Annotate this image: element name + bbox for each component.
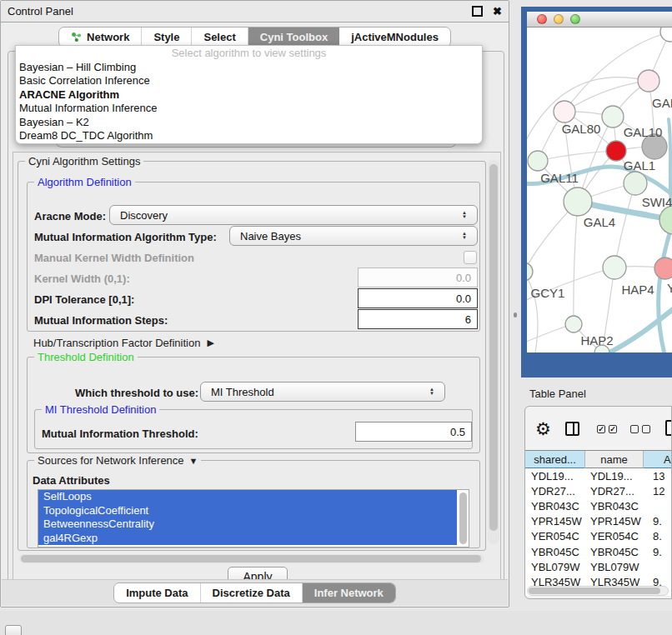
node-gal-partial-label: GAL [652,96,672,110]
table-body: YDL19...YDL19...13YDR27...YDR27...12YBR0… [525,468,671,596]
tab-network[interactable]: Network [59,28,142,47]
expanded-arrow-icon[interactable]: ▼ [189,456,198,466]
node-gal10[interactable] [602,106,624,128]
dpi-tolerance-field[interactable]: 0.0 [358,288,478,308]
settings-horizontal-scrollbar[interactable] [19,554,484,563]
mi-threshold-field[interactable]: 0.5 [355,422,472,442]
tab-style[interactable]: Style [142,28,192,47]
table-row[interactable]: YBR045CYBR045C9. [525,544,671,559]
table-cell: YPR145W [584,515,644,528]
checked-checkbox-icon[interactable]: ✓ [609,425,617,433]
algorithm-option[interactable]: Basic Correlation Inference [16,74,482,88]
threshold-definition-title: Threshold Definition [34,351,138,363]
mi-threshold-title: MI Threshold Definition [42,403,159,416]
algorithm-option[interactable]: Dream8 DC_TDC Algorithm [16,129,482,142]
gear-icon[interactable]: ⚙ [535,419,551,439]
algorithm-option[interactable]: Bayesian – Hill Climbing [16,61,482,74]
table-row[interactable]: YDL19...YDL19...13 [525,468,671,483]
close-icon[interactable]: ✖ [493,6,502,17]
node-hap2[interactable] [565,316,582,332]
tab-infer-network[interactable]: Infer Network [303,583,395,602]
table-cell: YBR045C [584,546,644,558]
table-cell: YBL079W [584,561,644,573]
node-salmon[interactable] [654,258,672,279]
settings-vertical-scrollbar[interactable] [488,159,499,544]
attributes-scrollbar[interactable] [459,492,467,544]
sources-title: Sources for Network Inference ▼ [34,454,201,467]
node-gal-partial[interactable] [638,70,659,92]
algorithm-placeholder: Select algorithm to view settings [16,46,482,61]
tab-jactivemnodules[interactable]: jActiveMNodules [339,28,450,47]
data-attribute-item[interactable]: gal4RGexp [38,532,457,546]
unchecked-checkbox-icon[interactable] [642,425,650,433]
hub-definition-expander[interactable]: Hub/Transcription Factor Definition ▶ [33,337,214,349]
node-gcy1-label: GCY1 [531,286,565,300]
algorithm-option[interactable]: Mutual Information Inference [16,102,482,115]
data-attributes-list[interactable]: SelfLoopsTopologicalCoefficientBetweenne… [38,489,469,548]
document-icon[interactable] [665,420,672,436]
node-gal4[interactable] [564,188,592,216]
table-cell: 9. [644,515,671,528]
table-row[interactable]: YDR27...YDR27...12 [525,483,671,498]
algorithm-definition-title: Algorithm Definition [34,176,135,188]
node-hap2-label: HAP2 [580,333,613,348]
which-threshold-combo[interactable]: MI Threshold ▲▼ [200,382,445,402]
algorithm-option[interactable]: ARACNE Algorithm [16,88,482,102]
table-row[interactable]: YBR043CYBR043C [525,498,671,513]
tab-discretize-data[interactable]: Discretize Data [201,583,303,602]
table-horizontal-scrollbar[interactable] [527,586,669,596]
minimize-traffic-button[interactable] [554,14,564,24]
node-top-partial[interactable] [660,28,672,42]
algorithm-definition-group: Algorithm Definition Aracne Mode: Discov… [27,182,480,332]
table-panel: ⚙ ✓ ✓ shared... name A YDL19...YDL19...1… [524,406,672,599]
table-cell: YBL079W [525,561,584,573]
table-row[interactable]: YPR145WYPR145W9. [525,514,671,529]
mi-type-combo[interactable]: Naive Bayes ▲▼ [229,226,478,246]
zoom-traffic-button[interactable] [570,14,580,24]
tab-cyni-toolbox[interactable]: Cyni Toolbox [248,28,339,47]
which-threshold-label: Which threshold to use: [75,387,198,399]
table-cell: YDL19... [525,470,584,482]
table-cell: YER054C [525,530,584,542]
node-hap4[interactable] [603,256,626,279]
table-cell: YDR27... [525,485,584,498]
manual-kernel-checkbox[interactable] [464,251,477,264]
close-traffic-button[interactable] [537,14,547,24]
data-attribute-item[interactable]: SelfLoops [38,490,457,504]
column-header-shared[interactable]: shared... [525,451,584,469]
algorithm-option[interactable]: Bayesian – K2 [16,116,482,129]
float-window-icon[interactable] [472,6,483,17]
collapsed-panel-button[interactable] [5,625,22,635]
mi-threshold-label: Mutual Information Threshold: [42,428,198,440]
node-gal80[interactable] [554,101,575,122]
mi-type-label: Mutual Information Algorithm Type: [34,231,217,243]
aracne-mode-combo[interactable]: Discovery ▲▼ [109,205,478,225]
table-row[interactable]: YBL079WYBL079W [525,559,671,574]
split-columns-icon[interactable] [565,422,579,436]
table-row[interactable]: YER054CYER054C8. [525,529,671,544]
table-panel-title: Table Panel [529,388,586,400]
table-header-row: shared... name A [525,450,671,469]
bottom-tab-strip: Impute Data Discretize Data Infer Networ… [2,579,508,606]
node-gal11[interactable] [528,151,548,171]
unchecked-checkbox-icon[interactable] [630,425,639,433]
checked-checkbox-icon[interactable]: ✓ [597,425,605,433]
threshold-definition-group: Threshold Definition Which threshold to … [27,357,480,453]
node-swi4[interactable] [659,206,672,234]
mi-steps-field[interactable]: 6 [358,309,478,329]
manual-kernel-label: Manual Kernel Width Definition [34,252,194,264]
panel-resize-handle[interactable] [514,312,517,318]
node-gcy1[interactable] [527,262,533,281]
column-header-name[interactable]: name [584,451,644,469]
tab-impute-data[interactable]: Impute Data [114,583,200,602]
settings-viewport: Cyni Algorithm Settings Algorithm Defini… [13,152,501,587]
tab-select[interactable]: Select [192,28,248,47]
network-canvas[interactable]: GALGAL80GAL10GAL1GAL11GAL4SWI4GCY1HAP4YH… [527,28,672,352]
column-header-a[interactable]: A [644,451,671,469]
data-attribute-item[interactable]: TopologicalCoefficient [38,504,457,518]
node-green-mid[interactable] [624,172,647,195]
table-cell: 12 [644,485,671,498]
kernel-width-label: Kernel Width (0,1): [34,272,130,285]
combo-spinner-icon: ▲▼ [462,211,467,219]
data-attribute-item[interactable]: BetweennessCentrality [38,518,457,532]
